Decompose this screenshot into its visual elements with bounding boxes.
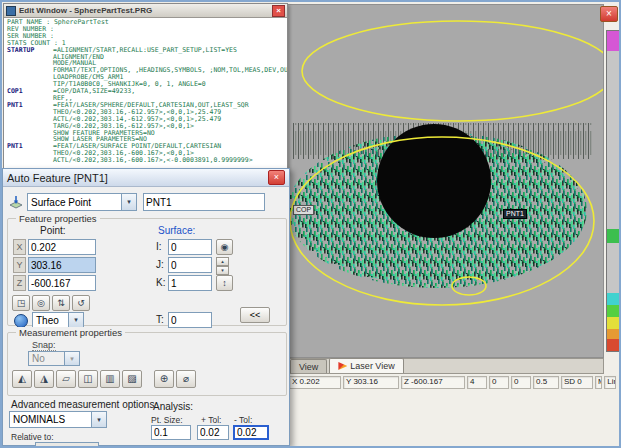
group-legend: Measurement properties — [16, 327, 125, 338]
measurement-properties-group: Measurement properties Snap: No ▾ ◭◮▱◫▥▨… — [7, 332, 287, 396]
nominals-select[interactable]: NOMINALS ▾ — [9, 411, 107, 428]
theo-actual-toggle[interactable] — [14, 314, 28, 328]
pt-size-input[interactable] — [151, 425, 191, 440]
chevron-down-icon: ▾ — [91, 412, 106, 427]
tab-view[interactable]: View — [290, 359, 327, 373]
minus-tol-label: - Tol: — [234, 415, 252, 425]
code-line: TIP/T1A0B0C0, SHANKIJK=0, 0, 1, ANGLE=0 — [7, 81, 287, 88]
j-vector-input[interactable] — [168, 257, 212, 273]
pnt1-label: PNT1 — [503, 209, 527, 219]
minus-tol-input[interactable] — [233, 425, 269, 440]
edit-window-icon — [6, 6, 16, 16]
nominals-value: NOMINALS — [13, 414, 65, 425]
colorbar-segment — [607, 31, 619, 51]
view-tabs: ViewLaser View — [286, 358, 604, 374]
measurement-toolbar-2: ⊕⌀ — [154, 370, 196, 388]
colorbar-segment — [607, 329, 619, 339]
t-label: T: — [156, 314, 164, 325]
avoidance-button[interactable]: ▱ — [56, 370, 76, 388]
z-axis-label: Z — [13, 275, 26, 291]
plus-tol-label: + Tol: — [201, 415, 221, 425]
colorbar-segment — [607, 243, 619, 293]
measurement-toolbar: ◭◮▱◫▥▨ — [12, 370, 142, 388]
chevron-down-icon: ▾ — [121, 194, 136, 210]
status-cell: SD 0 — [561, 376, 593, 389]
x-axis-label: X — [13, 239, 26, 255]
auto-feature-dialog: Auto Feature [PNT1] × Surface Point ▾ Fe… — [2, 168, 290, 446]
i-vector-input[interactable] — [168, 239, 212, 255]
status-cell: 0 — [489, 376, 509, 389]
relative-to-label: Relative to: — [11, 432, 54, 442]
step-up-icon[interactable]: ▴ — [216, 257, 229, 266]
laser-icon — [338, 362, 347, 370]
colorbar-segment — [607, 229, 619, 243]
application-window: COP PNT1 × ViewLaser View X 0.202Y 303.1… — [0, 0, 621, 448]
filter-button[interactable]: ▨ — [122, 370, 142, 388]
dialog-title: Auto Feature [PNT1] — [7, 172, 108, 184]
snap-value: No — [32, 353, 45, 364]
j-label: J: — [156, 259, 164, 270]
diameter-button[interactable]: ⌀ — [176, 370, 196, 388]
close-icon[interactable]: × — [268, 170, 285, 185]
t-value-input[interactable] — [168, 312, 212, 328]
close-icon[interactable]: × — [600, 6, 618, 22]
analysis-label: Analysis: — [153, 401, 193, 412]
cop-label: COP — [293, 205, 314, 215]
density-button[interactable]: ▥ — [100, 370, 120, 388]
k-label: K: — [156, 277, 165, 288]
code-line: SHOW FEATURE PARAMETERS=NO — [7, 130, 287, 137]
code-line: FORMAT/TEXT,OPTIONS, ,HEADINGS,SYMBOLS, … — [7, 67, 287, 74]
collapse-dialog-button[interactable]: << — [240, 307, 270, 323]
3d-scene — [287, 5, 604, 358]
colorbar-segment — [607, 293, 619, 305]
z-coordinate-input[interactable] — [28, 275, 96, 291]
status-cell: 0.5 — [533, 376, 559, 389]
auto-move-button[interactable]: ◭ — [12, 370, 32, 388]
colorbar-segment — [607, 305, 619, 317]
workplane-button[interactable]: ◳ — [12, 295, 30, 311]
plus-tol-input[interactable] — [197, 425, 229, 440]
advanced-options-label: Advanced measurement options — [11, 399, 154, 410]
x-coordinate-input[interactable] — [28, 239, 96, 255]
k-vector-input[interactable] — [168, 275, 212, 291]
status-cells: X 0.202Y 303.16Z -600.1674000.5SD 0 — [289, 376, 593, 389]
status-cell: X 0.202 — [289, 376, 341, 389]
feature-type-select[interactable]: Surface Point ▾ — [27, 193, 137, 211]
feature-type-value: Surface Point — [31, 197, 91, 208]
close-icon[interactable]: × — [272, 5, 285, 17]
flip-vector-button[interactable]: ⇅ — [52, 295, 70, 311]
units-indicator: MM — [595, 376, 602, 389]
code-line: STARTUP=ALIGNMENT/START,RECALL:USE_PART_… — [7, 47, 287, 54]
step-down-icon[interactable]: ▾ — [216, 266, 229, 275]
graphics-viewport[interactable]: COP PNT1 — [286, 4, 604, 358]
dialog-titlebar[interactable]: Auto Feature [PNT1] × — [3, 169, 289, 187]
mode-select[interactable]: Theo ▾ — [32, 312, 84, 328]
tab-laser-view[interactable]: Laser View — [329, 358, 403, 373]
probe-button[interactable]: ◫ — [78, 370, 98, 388]
vector-normalize-button[interactable]: ↕ — [216, 275, 233, 291]
code-line: COP1=COP/DATA,SIZE=49233, — [7, 88, 287, 95]
vector-stepper: ▴ ▾ — [216, 257, 229, 273]
colorbar-segment — [607, 51, 619, 229]
path-button[interactable]: ◮ — [34, 370, 54, 388]
group-legend: Feature properties — [16, 213, 100, 224]
relative-to-input[interactable] — [35, 442, 99, 448]
edit-window-title: Edit Window - SpherePartTest.PRG — [19, 6, 152, 15]
chevron-down-icon: ▾ — [64, 352, 79, 365]
cursor-position: Line 29, Col 034 — [604, 376, 616, 389]
edit-window-titlebar[interactable]: Edit Window - SpherePartTest.PRG × — [4, 4, 287, 18]
code-line: ALIGNMENT/END — [7, 54, 287, 61]
target-button[interactable]: ⊕ — [154, 370, 174, 388]
read-point-button[interactable]: ◎ — [32, 295, 50, 311]
colorbar-segment — [607, 339, 619, 351]
vector-pick-button[interactable]: ◉ — [216, 239, 233, 255]
surface-label[interactable]: Surface: — [158, 225, 195, 236]
editor-body[interactable]: PART NAME : SpherePartTestREV NUMBER :SE… — [4, 18, 287, 172]
regenerate-button[interactable]: ↺ — [72, 295, 90, 311]
point-label: Point: — [40, 225, 66, 236]
y-coordinate-input[interactable] — [28, 257, 96, 273]
status-cell: Z -600.167 — [401, 376, 465, 389]
feature-id-input[interactable] — [143, 193, 265, 211]
tab-label: Laser View — [350, 361, 394, 371]
snap-select[interactable]: No ▾ — [28, 351, 80, 366]
